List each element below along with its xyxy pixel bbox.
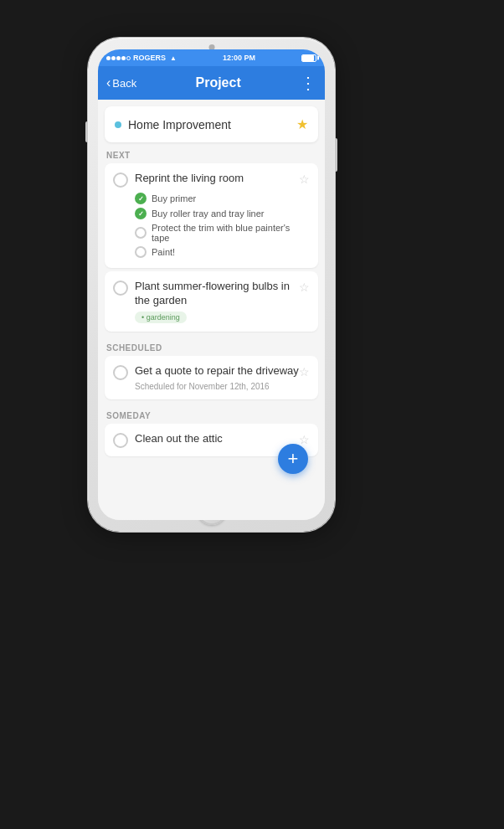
subtasks-1: Buy primer Buy roller tray and tray line… — [135, 191, 310, 260]
subtask-item-4: Paint! — [135, 245, 310, 260]
battery-fill — [302, 55, 314, 61]
subtask-text-3: Protect the trim with blue painter's tap… — [152, 223, 310, 243]
subtask-circle-3[interactable] — [135, 227, 147, 239]
subtask-text-1: Buy primer — [152, 193, 196, 203]
status-right — [301, 54, 316, 62]
status-bar: ROGERS ▲ 12:00 PM — [98, 49, 325, 66]
subtask-text-4: Paint! — [152, 247, 175, 257]
carrier-label: ROGERS — [133, 54, 166, 62]
task-left-4: Clean out the attic — [113, 432, 299, 448]
subtask-text-2: Buy roller tray and tray liner — [152, 209, 265, 219]
task-title-4: Clean out the attic — [135, 432, 223, 446]
add-task-fab[interactable]: + — [278, 444, 308, 474]
back-label: Back — [112, 77, 136, 90]
status-left: ROGERS ▲ — [106, 54, 177, 62]
subtask-circle-4[interactable] — [135, 246, 147, 258]
volume-button — [85, 121, 88, 142]
project-color-dot — [115, 121, 121, 128]
task-title-2: Plant summer-flowering bulbs in the gard… — [135, 280, 299, 308]
section-header-next: NEXT — [98, 142, 325, 163]
task-title-1: Reprint the living room — [135, 172, 244, 186]
battery-icon — [301, 54, 316, 62]
task-header-4: Clean out the attic ☆ — [113, 432, 310, 448]
more-button[interactable]: ⋮ — [300, 75, 316, 91]
task-star-1[interactable]: ☆ — [299, 172, 310, 186]
signal-dots — [106, 56, 131, 60]
task-item-2[interactable]: Plant summer-flowering bulbs in the gard… — [105, 271, 318, 332]
nav-bar: ‹ Back Project ⋮ — [98, 66, 325, 100]
phone-device: ROGERS ▲ 12:00 PM ‹ Back — [88, 38, 335, 532]
subtask-circle-2[interactable] — [135, 208, 147, 219]
plus-icon: + — [288, 450, 299, 468]
task-circle-2[interactable] — [113, 281, 128, 296]
task-circle-4[interactable] — [113, 433, 128, 448]
power-button — [335, 138, 337, 172]
signal-dot-3 — [116, 56, 121, 60]
task-tag-2[interactable]: gardening — [135, 312, 187, 323]
task-star-3[interactable]: ☆ — [299, 365, 310, 378]
task-left-3: Get a quote to repair the driveway — [113, 364, 299, 380]
subtask-item-2: Buy roller tray and tray liner — [135, 206, 310, 221]
scene: ROGERS ▲ 12:00 PM ‹ Back — [0, 0, 504, 829]
task-title-3: Get a quote to repair the driveway — [135, 364, 299, 378]
project-star-icon[interactable]: ★ — [296, 116, 308, 132]
signal-dot-4 — [121, 56, 126, 60]
wifi-icon: ▲ — [170, 54, 177, 62]
task-header-1: Reprint the living room ☆ — [113, 172, 310, 188]
task-header-3: Get a quote to repair the driveway ☆ — [113, 364, 310, 380]
project-card[interactable]: Home Improvement ★ — [105, 106, 318, 142]
signal-dot-5 — [126, 56, 131, 60]
project-name: Home Improvement — [128, 118, 231, 131]
task-item-1[interactable]: Reprint the living room ☆ Buy primer — [105, 163, 318, 268]
task-star-2[interactable]: ☆ — [299, 281, 310, 294]
back-button[interactable]: ‹ Back — [106, 76, 136, 90]
task-header-2: Plant summer-flowering bulbs in the gard… — [113, 280, 310, 308]
nav-title: Project — [195, 75, 240, 90]
subtask-item-1: Buy primer — [135, 191, 310, 206]
scheduled-text-3: Scheduled for November 12th, 2016 — [135, 382, 310, 391]
project-card-left: Home Improvement — [115, 118, 231, 131]
signal-dot-1 — [106, 56, 111, 60]
subtask-circle-1[interactable] — [135, 193, 147, 204]
signal-dot-2 — [111, 56, 116, 60]
task-circle-1[interactable] — [113, 172, 128, 188]
task-item-3[interactable]: Get a quote to repair the driveway ☆ Sch… — [105, 356, 318, 399]
subtask-item-3: Protect the trim with blue painter's tap… — [135, 221, 310, 245]
task-star-4[interactable]: ☆ — [299, 433, 310, 446]
section-header-someday: SOMEDAY — [98, 403, 325, 424]
task-left-1: Reprint the living room — [113, 172, 299, 188]
chevron-left-icon: ‹ — [106, 76, 111, 90]
task-left-2: Plant summer-flowering bulbs in the gard… — [113, 280, 299, 308]
status-time: 12:00 PM — [223, 54, 255, 62]
section-header-scheduled: SCHEDULED — [98, 335, 325, 356]
phone-screen: ROGERS ▲ 12:00 PM ‹ Back — [98, 49, 325, 520]
task-circle-3[interactable] — [113, 365, 128, 380]
